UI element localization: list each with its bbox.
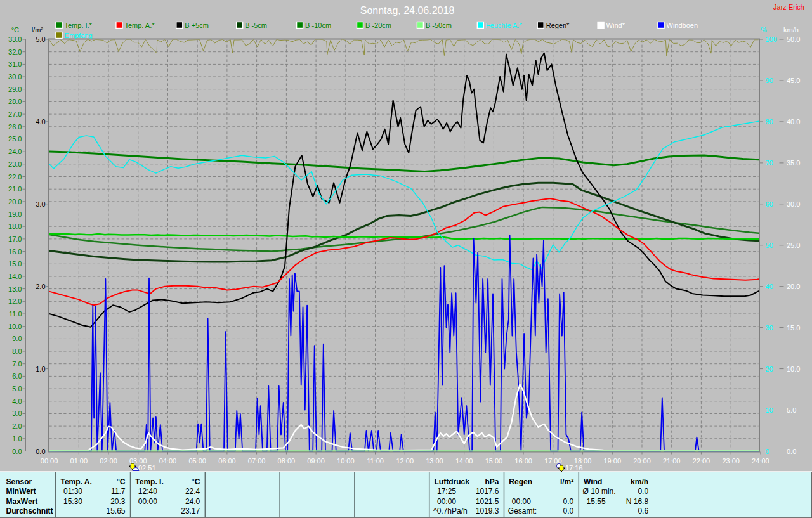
svg-text:1019.3: 1019.3 [476, 507, 499, 515]
svg-text:Gesamt:: Gesamt: [508, 507, 537, 515]
svg-text:20.0: 20.0 [8, 198, 22, 205]
svg-text:12:00: 12:00 [396, 457, 414, 465]
svg-text:50: 50 [766, 242, 773, 249]
svg-text:90: 90 [766, 77, 773, 84]
svg-text:km/h: km/h [783, 26, 799, 34]
svg-text:Wind: Wind [584, 477, 602, 486]
svg-text:hPa: hPa [485, 477, 499, 486]
svg-text:70: 70 [766, 159, 773, 167]
svg-text:12.0: 12.0 [8, 297, 22, 305]
svg-text:09:00: 09:00 [307, 457, 325, 465]
svg-text:10: 10 [766, 406, 773, 414]
svg-text:19:00: 19:00 [604, 457, 622, 465]
svg-text:13:00: 13:00 [426, 457, 443, 465]
svg-text:33.0: 33.0 [8, 36, 22, 43]
svg-text:02:51: 02:51 [138, 464, 156, 472]
svg-text:15:55: 15:55 [587, 497, 606, 506]
svg-text:14.0: 14.0 [8, 273, 22, 280]
svg-text:27.0: 27.0 [8, 110, 22, 118]
svg-text:07:00: 07:00 [248, 457, 266, 465]
svg-text:23.17: 23.17 [181, 507, 200, 515]
svg-text:50.0: 50.0 [787, 36, 800, 43]
svg-text:Temp. A.*: Temp. A.* [124, 22, 155, 29]
svg-text:18.0: 18.0 [8, 223, 22, 230]
svg-text:0.6: 0.6 [638, 507, 648, 515]
svg-text:4.0: 4.0 [36, 118, 45, 126]
svg-text:Sensor: Sensor [6, 477, 32, 486]
svg-text:Temp. A.: Temp. A. [61, 477, 92, 486]
svg-text:Jarz Erich: Jarz Erich [773, 3, 804, 11]
svg-text:2.0: 2.0 [12, 422, 22, 430]
svg-text:3.0: 3.0 [36, 200, 45, 208]
svg-text:5.0: 5.0 [36, 36, 45, 43]
svg-text:22:00: 22:00 [693, 457, 710, 465]
svg-text:6.0: 6.0 [12, 372, 22, 380]
svg-text:23:00: 23:00 [722, 457, 740, 465]
svg-text:01:00: 01:00 [70, 457, 88, 465]
svg-text:°C: °C [11, 26, 19, 34]
svg-text:3.0: 3.0 [12, 410, 22, 417]
svg-text:00:00: 00:00 [512, 497, 531, 506]
svg-text:0.0: 0.0 [787, 448, 796, 455]
svg-text:19.0: 19.0 [8, 210, 22, 218]
svg-text:06:00: 06:00 [218, 457, 236, 465]
svg-text:24.0: 24.0 [8, 148, 22, 155]
svg-text:35.0: 35.0 [787, 159, 800, 167]
svg-text:05:00: 05:00 [188, 457, 206, 465]
svg-text:20: 20 [766, 365, 773, 373]
svg-text:Temp. I.: Temp. I. [135, 477, 163, 486]
svg-text:00:00: 00:00 [437, 497, 456, 506]
svg-text:00:00: 00:00 [41, 457, 58, 465]
svg-text:N 16.8: N 16.8 [626, 497, 649, 506]
svg-text:31.0: 31.0 [8, 60, 22, 68]
svg-text:26.0: 26.0 [8, 123, 22, 131]
svg-text:11:00: 11:00 [367, 457, 384, 465]
svg-text:24.0: 24.0 [185, 497, 200, 506]
svg-text:0.0: 0.0 [36, 448, 45, 455]
svg-text:1.0: 1.0 [12, 435, 22, 443]
svg-text:15.65: 15.65 [106, 507, 125, 515]
svg-text:Temp. I.*: Temp. I.* [65, 22, 93, 29]
svg-text:12:40: 12:40 [138, 487, 157, 496]
svg-text:60: 60 [766, 200, 773, 208]
svg-text:08:00: 08:00 [278, 457, 296, 465]
svg-text:01:30: 01:30 [63, 487, 82, 496]
svg-text:25.0: 25.0 [8, 135, 22, 143]
svg-text:40.0: 40.0 [787, 118, 800, 126]
svg-text:00:00: 00:00 [138, 497, 157, 506]
svg-text:32.0: 32.0 [8, 48, 22, 56]
svg-text:%: % [761, 26, 767, 34]
svg-text:45.0: 45.0 [787, 77, 800, 84]
svg-text:28.0: 28.0 [8, 98, 22, 105]
svg-text:9.0: 9.0 [12, 335, 22, 342]
svg-text:B +5cm: B +5cm [185, 22, 209, 29]
svg-text:10.0: 10.0 [8, 323, 22, 330]
svg-text:B -5cm: B -5cm [245, 22, 267, 29]
svg-text:17:25: 17:25 [437, 487, 456, 496]
svg-text:^0.7hPa/h: ^0.7hPa/h [433, 507, 468, 515]
svg-text:1017.6: 1017.6 [476, 487, 499, 496]
svg-text:Ø 10 min.: Ø 10 min. [583, 487, 616, 496]
svg-text:15.0: 15.0 [787, 324, 800, 332]
svg-text:l/m²: l/m² [32, 26, 44, 34]
svg-text:25.0: 25.0 [787, 242, 800, 249]
svg-text:24:00: 24:00 [752, 457, 769, 465]
svg-text:14:00: 14:00 [455, 457, 473, 465]
svg-text:20.3: 20.3 [110, 497, 126, 506]
svg-text:7.0: 7.0 [12, 360, 22, 368]
svg-text:Wind*: Wind* [606, 22, 625, 29]
svg-text:1.0: 1.0 [36, 365, 45, 373]
svg-text:B -50cm: B -50cm [426, 22, 452, 29]
svg-text:0.0: 0.0 [12, 448, 22, 455]
svg-text:15:00: 15:00 [485, 457, 503, 465]
svg-text:04:00: 04:00 [159, 457, 177, 465]
svg-text:Sonntag, 24.06.2018: Sonntag, 24.06.2018 [360, 5, 455, 16]
svg-text:Durchschnitt: Durchschnitt [6, 507, 53, 515]
svg-text:100: 100 [766, 36, 777, 43]
svg-text:Empfang: Empfang [65, 32, 93, 39]
svg-text:Feuchte A.*: Feuchte A.* [486, 22, 523, 29]
svg-text:8.0: 8.0 [12, 347, 22, 355]
svg-text:MinWert: MinWert [6, 487, 36, 496]
svg-text:10:00: 10:00 [337, 457, 355, 465]
svg-text:22.4: 22.4 [185, 487, 200, 496]
